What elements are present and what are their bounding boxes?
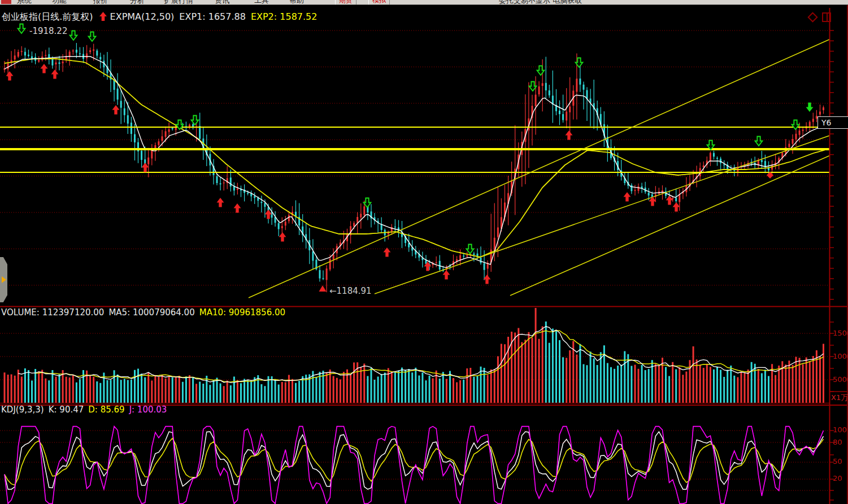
expand-arrow-icon: [2, 276, 6, 283]
signal-markers: [6, 24, 814, 292]
menu-item-system[interactable]: 系统: [17, 0, 32, 5]
main-price-panel[interactable]: [0, 31, 846, 298]
menu-bar: 系统 功能 报价 分析 扩展行情 资讯 工具 帮助 期货 模拟 委托交易不显示 …: [0, 0, 848, 5]
menu-item-help[interactable]: 帮助: [289, 0, 304, 5]
menu-item-quotes[interactable]: 报价: [93, 0, 108, 5]
menu-item-function[interactable]: 功能: [52, 0, 67, 5]
volume-panel[interactable]: [0, 308, 829, 403]
menu-button-futures[interactable]: 期货: [335, 0, 356, 5]
menu-item-analysis[interactable]: 分析: [130, 0, 145, 5]
right-axis: [0, 5, 848, 504]
sidebar-expand-handle[interactable]: [0, 257, 7, 302]
menu-item-tools[interactable]: 工具: [254, 0, 269, 5]
app-window: 系统 功能 报价 分析 扩展行情 资讯 工具 帮助 期货 模拟 委托交易不显示 …: [0, 0, 848, 504]
chart-canvas[interactable]: [0, 0, 848, 504]
kdj-panel[interactable]: [0, 427, 829, 504]
menu-item-news[interactable]: 资讯: [215, 0, 229, 5]
menu-status-text: 委托交易不显示 电脑获取: [499, 0, 582, 5]
menu-button-simulate[interactable]: 模拟: [368, 0, 390, 5]
menu-item-extended[interactable]: 扩展行情: [164, 0, 193, 5]
app-logo-icon[interactable]: [1, 0, 11, 4]
